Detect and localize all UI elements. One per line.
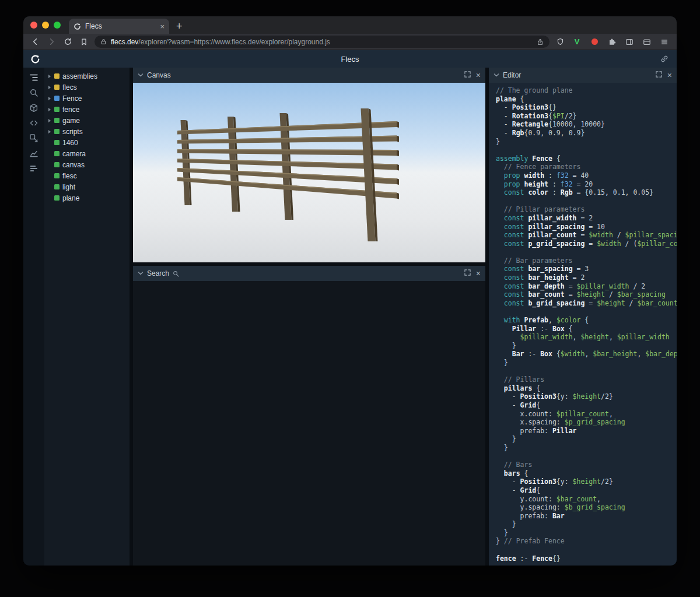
expand-arrow-icon[interactable] [48, 108, 51, 111]
entity-color-dot [54, 107, 60, 112]
tab-close-icon[interactable]: × [160, 22, 164, 31]
sidebar-panel-icon[interactable] [623, 36, 636, 48]
entity-color-dot [54, 118, 60, 123]
extensions-puzzle-icon[interactable] [606, 36, 618, 48]
shield-icon[interactable] [554, 36, 566, 48]
code-line: const bar_spacing = 3 [496, 265, 671, 273]
close-window-button[interactable] [30, 22, 37, 29]
new-tab-button[interactable]: + [169, 19, 190, 34]
tree-item-Fence[interactable]: Fence [44, 93, 130, 104]
collapse-chevron-icon[interactable] [494, 72, 499, 78]
close-panel-icon[interactable]: × [476, 71, 481, 79]
tree-item-game[interactable]: game [44, 115, 130, 126]
v-extension-icon[interactable]: V [570, 36, 583, 48]
expand-arrow-icon[interactable] [48, 75, 51, 78]
code-line: fence :- Fence{} [496, 554, 671, 563]
address-bar[interactable]: flecs.dev/explorer/?wasm=https://www.fle… [94, 36, 550, 48]
editor-code[interactable]: // The ground planeplane { - Position3{}… [489, 83, 677, 566]
entity-color-dot [54, 85, 60, 90]
expand-panel-icon[interactable] [656, 71, 662, 79]
editor-panel-title: Editor [503, 71, 521, 79]
code-line: Bar :- Box {$width, $bar_height, $bar_de… [496, 350, 671, 359]
tree-item-flesc[interactable]: flesc [44, 170, 130, 181]
code-line: } // Prefab Fence [496, 537, 671, 546]
window-controls [23, 16, 69, 34]
entity-color-dot [54, 184, 60, 189]
app-title: Flecs [23, 55, 677, 64]
app-body: assembliesflecsFencefencegamescripts1460… [23, 68, 677, 566]
code-line: } [496, 138, 671, 146]
canvas-3d-viewport[interactable] [133, 83, 485, 262]
search-results-area[interactable] [133, 281, 485, 566]
browser-tab[interactable]: Flecs × [69, 19, 169, 34]
collapse-chevron-icon[interactable] [138, 271, 144, 276]
code-line: // Fence parameters [496, 163, 671, 171]
fullscreen-window-button[interactable] [54, 22, 61, 29]
expand-arrow-placeholder [48, 163, 51, 167]
tree-item-1460[interactable]: 1460 [44, 137, 130, 148]
url-path: /explorer/?wasm=https://www.flecs.dev/ex… [138, 38, 330, 46]
entity-label: camera [62, 150, 86, 158]
search-icon[interactable] [23, 85, 44, 100]
entity-color-dot [54, 195, 60, 201]
red-extension-icon[interactable] [588, 36, 601, 48]
tree-item-canvas[interactable]: canvas [44, 159, 130, 170]
tree-icon[interactable] [23, 70, 44, 85]
desktop-background: Flecs × + flecs.dev/explor [0, 0, 700, 597]
close-panel-icon[interactable]: × [667, 71, 672, 79]
code-icon[interactable] [23, 115, 44, 131]
chart-icon[interactable] [23, 146, 44, 161]
bookmark-icon[interactable] [78, 36, 90, 48]
expand-arrow-icon[interactable] [48, 130, 51, 134]
entity-color-dot [54, 73, 60, 79]
expand-arrow-icon[interactable] [48, 119, 51, 122]
main-column: Canvas × [133, 68, 485, 566]
expand-panel-icon[interactable] [464, 71, 471, 79]
inspect-icon[interactable] [23, 131, 44, 146]
tool-sidebar [23, 68, 44, 566]
entity-label: scripts [62, 128, 83, 136]
share-icon[interactable] [537, 38, 544, 45]
code-line: // Pillar parameters [496, 205, 671, 214]
entity-label: flesc [62, 172, 77, 180]
canvas-panel-header: Canvas × [133, 68, 485, 83]
tree-item-plane[interactable]: plane [44, 192, 130, 203]
minimize-window-button[interactable] [42, 22, 49, 29]
code-line [496, 197, 671, 206]
tree-item-light[interactable]: light [44, 181, 130, 192]
entity-label: light [62, 183, 75, 191]
tree-item-camera[interactable]: camera [44, 148, 130, 159]
tree-item-flecs[interactable]: flecs [44, 82, 130, 93]
canvas-panel-title: Canvas [147, 71, 171, 79]
cube-icon[interactable] [23, 100, 44, 115]
code-line: assembly Fence { [496, 154, 671, 163]
stats-icon[interactable] [23, 161, 44, 176]
lock-icon[interactable] [100, 38, 107, 45]
close-panel-icon[interactable]: × [476, 269, 481, 278]
code-line: const pillar_spacing = 10 [496, 223, 671, 231]
tree-item-scripts[interactable]: scripts [44, 126, 130, 137]
expand-arrow-placeholder [48, 152, 51, 156]
code-line: - Rectangle{10000, 10000} [496, 120, 671, 129]
code-line: - Rgb{0.9, 0.9, 0.9} [496, 129, 671, 138]
expand-arrow-icon[interactable] [48, 97, 51, 100]
entity-label: plane [62, 194, 79, 202]
menu-icon[interactable] [658, 36, 671, 48]
expand-panel-icon[interactable] [464, 269, 471, 278]
code-line [496, 307, 671, 316]
url-domain: flecs.dev [111, 38, 138, 46]
expand-arrow-icon[interactable] [48, 86, 51, 89]
tree-item-assemblies[interactable]: assemblies [44, 71, 130, 82]
entity-label: 1460 [62, 139, 78, 147]
code-line: - Position3{y: $height/2} [496, 477, 671, 486]
expand-arrow-placeholder [48, 196, 51, 200]
code-line: Pillar :- Box { [496, 325, 671, 333]
reload-icon[interactable] [62, 36, 74, 48]
back-icon[interactable] [29, 36, 41, 48]
collapse-chevron-icon[interactable] [138, 72, 144, 78]
wallet-icon[interactable] [640, 36, 653, 48]
code-line [496, 452, 671, 461]
forward-icon[interactable] [46, 36, 57, 48]
tree-item-fence[interactable]: fence [44, 104, 130, 115]
code-line [496, 367, 671, 376]
